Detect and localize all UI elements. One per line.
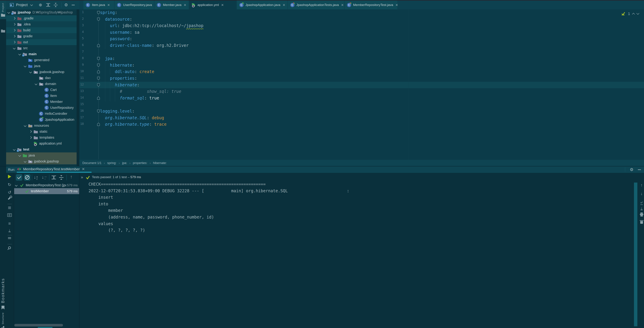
breadcrumb-item[interactable]: spring: [107,161,116,165]
project-tree-row-HelloController[interactable]: CHelloController [6,111,76,117]
project-tree-row-main[interactable]: main [6,51,76,57]
fold-close-icon[interactable] [97,44,100,48]
locate-icon[interactable]: ⊕ [39,3,42,7]
chevron-down-icon[interactable] [8,11,10,14]
run-console[interactable]: »Tests passed: 1 of 1 test – 579 msCHECK… [79,173,644,328]
fold-close-icon[interactable] [97,96,100,101]
fold-open-icon[interactable] [97,77,100,81]
project-tree-row-.idea[interactable]: .idea [6,21,76,27]
navigate-up-icon[interactable]: ↑ [70,174,72,179]
tab-close-icon[interactable]: ✕ [282,3,285,7]
rerun-failed-icon[interactable]: ↻ [6,182,13,187]
project-tree-row-build[interactable]: build [6,27,76,33]
chevron-down-icon[interactable] [24,65,26,68]
settings-wrench-icon[interactable] [6,198,13,199]
breadcrumb-item[interactable]: jpa: [122,161,127,165]
run-tab-close-icon[interactable]: ✕ [82,167,85,171]
stripe-button-bookmarks[interactable]: Bookmarks [0,277,6,311]
collapse-all-icon[interactable] [54,3,58,7]
project-tree-row-Item[interactable]: CItem [6,93,76,99]
expand-all-icon[interactable] [46,3,50,7]
editor-tab-UserRepository.java[interactable]: CUserRepository.java✕ [114,1,154,9]
stripe-secondary-folder-icon[interactable] [1,29,5,33]
project-tree-row-jpabook.jpashop[interactable]: jpabook.jpashop [6,158,76,164]
project-tree-row-.gradle[interactable]: .gradle [6,15,76,21]
chevron-down-icon[interactable] [15,184,18,187]
console-scrollbar[interactable] [634,183,637,326]
expand-all-icon[interactable] [52,175,56,180]
tab-close-icon[interactable]: ✕ [221,3,224,7]
chevron-right-icon[interactable] [13,23,16,26]
chevron-right-icon[interactable] [29,130,32,133]
run-tab[interactable]: MemberRepositoryTest.testMember ✕ [17,166,85,172]
test-tree-row-testMember[interactable]: testMember579 ms [14,188,79,194]
project-tree-row-resources[interactable]: resources [6,123,76,129]
chevron-down-icon[interactable] [18,154,21,157]
project-tree-row-JpashopApplication[interactable]: CJpashopApplication [6,117,76,123]
fold-close-icon[interactable] [97,70,100,74]
project-tree-row-java[interactable]: java [6,152,76,158]
import-tests-icon[interactable]: ↓ [6,228,13,232]
inspections-widget[interactable]: 1 [621,12,639,16]
sort-alphabetically-icon[interactable]: ↓az [34,175,36,180]
chevron-right-icon[interactable] [13,17,16,20]
panel-divider[interactable] [76,9,79,166]
project-tree-row-UserRepository[interactable]: CUserRepository [6,105,76,111]
fold-open-icon[interactable] [97,11,100,15]
editor-tab-JpashopApplication.java[interactable]: CJpashopApplication.java✕ [237,1,288,9]
run-settings-gear-icon[interactable]: ⚙ [630,167,634,172]
more-icon[interactable]: » [81,175,83,180]
project-tree-row-src[interactable]: src [6,45,76,51]
print-icon[interactable] [639,214,644,215]
scroll-to-end-icon[interactable]: ↓ [639,206,644,210]
editor-pane[interactable]: 1spring:2 datasource:3 url: jdbc:h2:tcp:… [79,9,644,160]
show-passed-button[interactable] [16,174,22,181]
tab-close-icon[interactable]: ✕ [107,3,110,7]
chevron-down-icon[interactable] [18,53,21,56]
run-splitter[interactable] [0,166,644,166]
project-tree-row-java[interactable]: java [6,63,76,69]
tab-close-icon[interactable]: ✕ [184,3,186,7]
project-tree-row-domain[interactable]: domain [6,81,76,87]
editor-tab-application.yml[interactable]: application.yml✕ [189,1,237,9]
chevron-down-icon[interactable] [13,148,16,151]
fold-open-icon[interactable] [97,109,100,114]
run-panel-divider[interactable] [79,173,80,328]
chevron-down-icon[interactable] [24,124,26,127]
hide-icon[interactable] [72,5,75,5]
project-tree-row-dao[interactable]: dao [6,75,76,81]
editor-tab-Item.java[interactable]: CItem.java✕ [84,1,114,9]
filter-icon[interactable]: ≡ [6,221,13,226]
fold-open-icon[interactable] [97,83,100,88]
breadcrumb-item[interactable]: Document 1/1 [82,161,102,165]
fold-close-icon[interactable] [97,122,100,127]
prev-problem-icon[interactable] [632,13,635,16]
project-tree-row-static[interactable]: static [6,129,76,135]
editor-tab-Member.java[interactable]: CMember.java✕ [154,1,189,9]
project-header-title[interactable]: Project [16,3,28,7]
clear-all-icon[interactable] [639,220,644,224]
chevron-right-icon[interactable] [13,35,16,38]
tab-close-icon[interactable]: ✕ [395,3,398,7]
project-tree-row-jpashop[interactable]: jpashopD:₩SpringStudy₩jpashop [6,9,76,15]
settings-gear-icon[interactable]: ⚙ [64,3,68,7]
soft-wrap-icon[interactable]: ⤶ [639,200,644,205]
chevron-down-icon[interactable] [29,71,32,73]
stop-icon[interactable] [6,206,13,209]
test-tree-row-MemberRepositoryTest (jpab[interactable]: MemberRepositoryTest (jpab579 ms [14,182,79,188]
editor-tab-MemberRepositoryTest.java[interactable]: CMemberRepositoryTest.java✕ [344,1,398,9]
fold-open-icon[interactable] [97,17,100,22]
tree-hscrollbar[interactable] [14,324,63,326]
project-tree-row-out[interactable]: out [6,39,76,45]
pin-icon[interactable] [6,246,13,249]
project-tree-row-test[interactable]: test [6,146,76,152]
fold-open-icon[interactable] [97,63,100,68]
console-hscrollbar[interactable] [38,327,52,328]
stripe-button-project[interactable]: Project [0,1,6,19]
project-tree-row-jpabook.jpashop[interactable]: jpabook.jpashop [6,69,76,75]
project-tree-row-application.yml[interactable]: application.yml [6,141,76,146]
editor-tab-JpashopApplicationTests.java[interactable]: CJpashopApplicationTests.java✕ [288,1,344,9]
project-tree-row-Cart[interactable]: CCart [6,87,76,93]
dropdown-chevron-icon[interactable] [30,3,33,6]
chevron-down-icon[interactable] [13,47,16,50]
